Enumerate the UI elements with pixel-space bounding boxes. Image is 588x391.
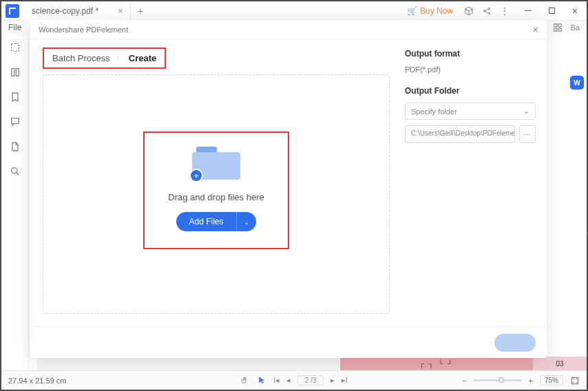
specify-folder-select[interactable]: Specify folder ⌄ (405, 103, 536, 120)
plus-icon: + (189, 169, 203, 182)
search-icon[interactable] (9, 165, 21, 178)
cube-icon[interactable] (464, 6, 474, 16)
svg-point-0 (483, 10, 485, 11)
chevron-down-icon: ⌄ (523, 107, 529, 116)
breadcrumb: Batch Process 〉 Create (43, 47, 166, 69)
page-input[interactable]: 2 /3 (297, 375, 324, 385)
statusbar: 27.94 x 21.59 cm I◂ ◂ 2 /3 ▸ ▸I − + 75% (1, 370, 587, 390)
side-panel-handle[interactable]: ▸ (585, 220, 588, 245)
buy-now-label: Buy Now (420, 6, 453, 16)
document-preview-strip: ┌ ┐ └ ┘ 03 (37, 357, 587, 370)
minimize-button[interactable] (516, 1, 540, 21)
left-sidebar (1, 34, 29, 370)
cart-icon: 🛒 (407, 6, 417, 16)
svg-point-10 (11, 168, 17, 173)
drop-highlight: + Drag and drop files here Add Files ⌄ (143, 131, 288, 249)
share-icon[interactable] (482, 6, 492, 16)
svg-rect-9 (16, 69, 19, 76)
add-files-dropdown[interactable]: ⌄ (236, 212, 256, 231)
folder-add-icon: + (192, 145, 240, 180)
doc-strip-page: 03 (533, 357, 587, 370)
breadcrumb-current: Create (129, 53, 156, 63)
buy-now-link[interactable]: 🛒 Buy Now (403, 6, 457, 16)
apps-icon[interactable] (553, 23, 563, 32)
app-logo (6, 4, 19, 18)
output-format-value: PDF(*.pdf) (405, 65, 536, 74)
svg-rect-4 (558, 24, 561, 27)
tab-title: science-copy.pdf * (32, 6, 98, 16)
new-tab-button[interactable]: + (131, 5, 151, 17)
app-window: science-copy.pdf * × + 🛒 Buy Now ⋮ × Fil… (0, 0, 588, 391)
window-close-button[interactable]: × (563, 1, 587, 21)
drop-text: Drag and drop files here (168, 192, 264, 202)
output-format-label: Output format (405, 49, 536, 59)
specify-folder-text: Specify folder (411, 107, 457, 116)
pointer-tool-icon[interactable] (257, 376, 266, 385)
svg-rect-8 (11, 69, 14, 76)
doc-strip-mid: ┌ ┐ └ ┘ (340, 357, 533, 370)
modal-left-panel: Batch Process 〉 Create + Drag and drop f… (30, 39, 402, 326)
zoom-value[interactable]: 75% (540, 375, 563, 385)
comment-icon[interactable] (9, 116, 21, 128)
word-badge: W (570, 76, 584, 89)
zoom-out-icon[interactable]: − (462, 377, 466, 385)
modal-title: Wondershare PDFelement (39, 25, 128, 34)
tab-close-icon[interactable]: × (118, 6, 123, 16)
svg-rect-6 (558, 28, 561, 31)
content-area: W ┌ ┐ └ ┘ 03 Wondershare PDFelement × Ba… (29, 34, 587, 370)
titlebar: science-copy.pdf * × + 🛒 Buy Now ⋮ × (1, 1, 587, 21)
next-page-icon[interactable]: ▸ (330, 376, 335, 385)
first-page-icon[interactable]: I◂ (273, 376, 280, 385)
ba-label: Ba (571, 23, 580, 32)
browse-folder-button[interactable]: ··· (519, 125, 536, 143)
output-folder-label: Output Folder (405, 86, 536, 96)
add-files-button[interactable]: Add Files (176, 212, 235, 231)
drop-zone[interactable]: + Drag and drop files here Add Files ⌄ (43, 74, 390, 314)
batch-process-modal: Wondershare PDFelement × Batch Process 〉… (30, 20, 547, 358)
last-page-icon[interactable]: ▸I (342, 376, 348, 385)
modal-close-icon[interactable]: × (533, 24, 538, 35)
modal-footer (30, 326, 547, 358)
page-dimensions: 27.94 x 21.59 cm (8, 377, 66, 385)
document-tab[interactable]: science-copy.pdf * × (25, 1, 131, 21)
attachment-icon[interactable] (9, 140, 21, 153)
zoom-in-icon[interactable]: + (529, 377, 533, 385)
hand-tool-icon[interactable] (240, 376, 250, 385)
fit-page-icon[interactable] (570, 376, 580, 385)
selection-tool-icon[interactable] (9, 41, 21, 54)
apply-button[interactable] (494, 334, 536, 352)
svg-point-2 (488, 12, 490, 14)
zoom-slider[interactable] (474, 379, 522, 381)
svg-rect-5 (554, 28, 556, 31)
file-menu[interactable]: File (8, 23, 21, 32)
modal-header: Wondershare PDFelement × (30, 20, 547, 39)
bookmark-icon[interactable] (9, 91, 21, 103)
kebab-menu-icon[interactable]: ⋮ (500, 6, 510, 17)
modal-right-panel: Output format PDF(*.pdf) Output Folder S… (402, 39, 547, 326)
svg-rect-7 (11, 44, 19, 52)
prev-page-icon[interactable]: ◂ (286, 376, 291, 385)
folder-path-input[interactable]: C:\Users\Geili\Desktop\PDFelement\Cr (405, 125, 515, 143)
breadcrumb-root[interactable]: Batch Process (52, 53, 110, 63)
thumbnails-icon[interactable] (9, 66, 21, 78)
svg-rect-3 (554, 24, 556, 27)
chevron-right-icon: 〉 (116, 53, 123, 63)
maximize-button[interactable] (540, 1, 563, 21)
svg-point-1 (488, 8, 490, 9)
